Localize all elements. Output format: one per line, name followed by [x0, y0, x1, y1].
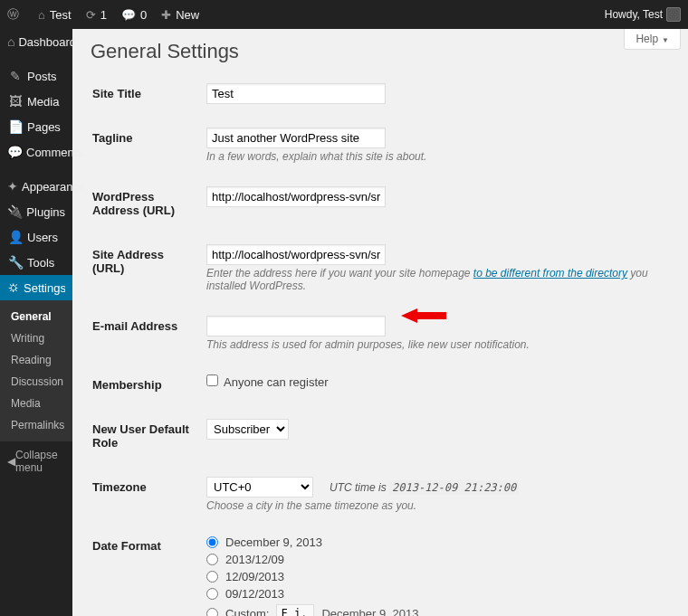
sidebar-item-pages[interactable]: 📄Pages: [0, 114, 72, 139]
site-menu[interactable]: ⌂Test: [31, 0, 79, 29]
update-icon: ⟳: [86, 8, 96, 22]
submenu-reading[interactable]: Reading: [0, 349, 72, 371]
label-date-format: Date Format: [92, 525, 205, 616]
comments-menu[interactable]: 💬0: [114, 0, 154, 29]
settings-icon: ⛭: [7, 280, 20, 295]
sidebar-item-users[interactable]: 👤Users: [0, 224, 72, 250]
howdy-text: Howdy, Test: [605, 8, 663, 21]
email-input[interactable]: [206, 316, 386, 336]
collapse-menu[interactable]: ◀Collapse menu: [0, 441, 72, 481]
media-icon: 🖾: [7, 94, 24, 109]
membership-checkbox-label[interactable]: Anyone can register: [206, 375, 329, 389]
label-wp-url: WordPress Address (URL): [92, 175, 205, 232]
new-label: New: [176, 8, 199, 22]
tools-icon: 🔧: [7, 255, 24, 270]
sidebar-item-dashboard[interactable]: ⌂Dashboard: [0, 29, 72, 54]
date-format-opt-1[interactable]: [206, 554, 218, 565]
date-format-custom-input[interactable]: [276, 604, 314, 616]
sidebar-item-posts[interactable]: ✎Posts: [0, 63, 72, 89]
default-role-select[interactable]: Subscriber: [206, 419, 289, 440]
wp-logo-menu[interactable]: ⓦ: [0, 0, 31, 29]
collapse-icon: ◀: [7, 455, 15, 468]
site-name: Test: [50, 8, 72, 22]
appearance-icon: ✦: [7, 179, 18, 194]
timezone-select[interactable]: UTC+0: [206, 477, 313, 498]
page-title: General Settings: [91, 29, 670, 71]
pages-icon: 📄: [7, 119, 24, 134]
svg-marker-0: [401, 308, 446, 323]
sidebar-item-tools[interactable]: 🔧Tools: [0, 250, 72, 275]
label-default-role: New User Default Role: [92, 408, 205, 464]
date-format-opt-2[interactable]: [206, 571, 218, 583]
label-tagline: Tagline: [92, 117, 205, 174]
posts-icon: ✎: [7, 69, 24, 83]
site-url-desc: Enter the address here if you want your …: [206, 267, 668, 292]
submenu-general[interactable]: General: [0, 306, 72, 327]
comment-count: 0: [140, 8, 147, 22]
site-url-diff-link[interactable]: to be different from the directory: [473, 267, 627, 280]
membership-checkbox[interactable]: [206, 374, 218, 386]
update-count: 1: [100, 8, 107, 22]
sidebar-item-comments[interactable]: 💬Comments: [0, 139, 72, 165]
new-content-menu[interactable]: ✚New: [154, 0, 206, 29]
account-menu[interactable]: Howdy, Test: [597, 0, 688, 29]
settings-submenu: General Writing Reading Discussion Media…: [0, 300, 72, 441]
date-format-custom-example: December 9, 2013: [321, 607, 418, 617]
updates-menu[interactable]: ⟳1: [79, 0, 114, 29]
label-email: E-mail Address: [92, 305, 205, 362]
dashboard-icon: ⌂: [7, 34, 14, 49]
sidebar-item-media[interactable]: 🖾Media: [0, 89, 72, 114]
utc-time-text: UTC time is 2013-12-09 21:23:00: [330, 481, 519, 494]
submenu-discussion[interactable]: Discussion: [0, 371, 72, 393]
highlight-arrow-icon: [401, 307, 446, 325]
sidebar-item-plugins[interactable]: 🔌Plugins: [0, 199, 72, 224]
date-format-opt-0[interactable]: [206, 536, 218, 548]
tagline-input[interactable]: [206, 128, 386, 148]
admin-bar: ⓦ ⌂Test ⟳1 💬0 ✚New Howdy, Test: [0, 0, 688, 29]
plus-icon: ✚: [161, 8, 171, 22]
comment-icon: 💬: [121, 8, 136, 22]
label-site-url: Site Address (URL): [92, 233, 205, 303]
site-title-input[interactable]: [206, 83, 386, 104]
avatar-icon: [666, 7, 681, 22]
home-icon: ⌂: [38, 8, 45, 22]
submenu-permalinks[interactable]: Permalinks: [0, 414, 72, 436]
users-icon: 👤: [7, 230, 24, 244]
wp-url-input[interactable]: [206, 186, 386, 207]
submenu-media[interactable]: Media: [0, 393, 72, 414]
date-format-custom-radio[interactable]: [206, 608, 218, 617]
email-desc: This address is used for admin purposes,…: [206, 338, 668, 351]
label-timezone: Timezone: [92, 466, 205, 523]
tagline-desc: In a few words, explain what this site i…: [206, 150, 668, 163]
main-content: General Settings Site Title Tagline In a…: [72, 29, 688, 616]
sidebar-item-appearance[interactable]: ✦Appearance: [0, 174, 72, 199]
label-membership: Membership: [92, 364, 205, 406]
label-site-title: Site Title: [92, 72, 205, 115]
timezone-desc: Choose a city in the same timezone as yo…: [206, 499, 668, 512]
site-url-input[interactable]: [206, 244, 386, 265]
submenu-writing[interactable]: Writing: [0, 327, 72, 349]
sidebar-item-settings[interactable]: ⛭Settings: [0, 275, 72, 300]
date-format-opt-3[interactable]: [206, 588, 218, 600]
wordpress-icon: ⓦ: [7, 6, 19, 23]
admin-sidebar: ⌂Dashboard ✎Posts 🖾Media 📄Pages 💬Comment…: [0, 29, 72, 616]
plugins-icon: 🔌: [7, 204, 23, 219]
comments-icon: 💬: [7, 145, 23, 159]
